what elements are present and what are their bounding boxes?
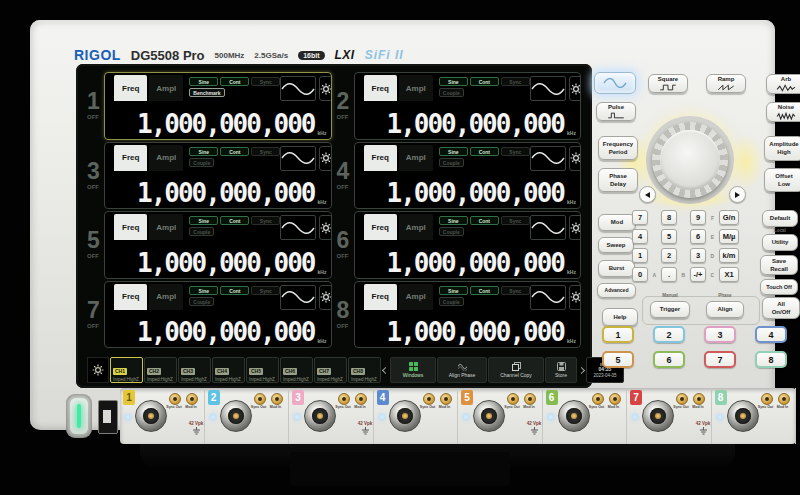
- default-button[interactable]: Default: [762, 210, 798, 227]
- mod-button[interactable]: Mod: [598, 214, 636, 231]
- mod-in-connector[interactable]: [524, 393, 536, 405]
- keypad-key[interactable]: X1: [719, 267, 739, 282]
- waveform-badge[interactable]: Sine: [439, 77, 468, 86]
- usb-port[interactable]: [98, 400, 118, 434]
- keypad-key[interactable]: -/+ C: [690, 267, 706, 282]
- mode-badge[interactable]: Cont: [470, 147, 499, 156]
- channel-status-tab[interactable]: CH8 Imped:HighZ Invert:OFF: [348, 357, 381, 383]
- keypad-key[interactable]: 0 A: [632, 267, 648, 282]
- ampl-tab[interactable]: Ampl: [399, 214, 433, 240]
- waveform-preview[interactable]: [280, 285, 316, 310]
- waveform-badge[interactable]: Sine: [439, 147, 468, 156]
- freq-tab[interactable]: Freq: [364, 214, 397, 240]
- channel-select-key[interactable]: 5: [602, 351, 634, 368]
- frequency-value[interactable]: 1,000,000,000: [137, 317, 315, 347]
- mode-badge[interactable]: Cont: [220, 286, 249, 295]
- keypad-key[interactable]: G/n: [719, 210, 739, 225]
- waveform-preview[interactable]: [530, 215, 566, 240]
- scroll-left-icon[interactable]: [382, 357, 389, 383]
- waveform-badge[interactable]: Sine: [189, 147, 218, 156]
- channel-settings-gear-icon[interactable]: [569, 285, 581, 310]
- sync-out-connector[interactable]: [507, 393, 519, 405]
- freq-tab[interactable]: Freq: [114, 214, 147, 240]
- mod-in-connector[interactable]: [186, 393, 198, 405]
- ramp-button[interactable]: Ramp: [706, 74, 746, 93]
- channel-panel[interactable]: 2 OFF Freq Ampl Sine Cont Sync Couple: [337, 72, 582, 140]
- waveform-badge[interactable]: Sine: [189, 77, 218, 86]
- amplitude-high-button[interactable]: AmplitudeHigh: [764, 136, 800, 161]
- frequency-value[interactable]: 1,000,000,000: [137, 178, 315, 208]
- bnc-output-connector[interactable]: [389, 400, 421, 432]
- channel-select-key[interactable]: 6: [653, 351, 685, 368]
- arrow-left-button[interactable]: [639, 186, 656, 203]
- sync-badge[interactable]: Sync: [251, 216, 280, 225]
- waveform-badge[interactable]: Sine: [439, 286, 468, 295]
- power-button[interactable]: [66, 394, 92, 438]
- rotary-knob[interactable]: [652, 122, 728, 198]
- sync-badge[interactable]: Sync: [251, 147, 280, 156]
- frequency-value[interactable]: 1,000,000,000: [137, 109, 315, 139]
- windows-button[interactable]: Windows: [390, 357, 436, 383]
- mod-in-connector[interactable]: [440, 393, 452, 405]
- freq-tab[interactable]: Freq: [364, 284, 397, 310]
- sync-out-connector[interactable]: [338, 393, 350, 405]
- channel-panel[interactable]: 5 OFF Freq Ampl Sine Cont Sync Couple: [87, 211, 332, 279]
- mode-badge[interactable]: Cont: [470, 216, 499, 225]
- channel-panel[interactable]: 6 OFF Freq Ampl Sine Cont Sync Couple: [337, 211, 582, 279]
- sync-badge[interactable]: Sync: [251, 286, 280, 295]
- frequency-value[interactable]: 1,000,000,000: [387, 248, 565, 278]
- mod-in-connector[interactable]: [778, 393, 790, 405]
- burst-button[interactable]: Burst: [598, 260, 635, 277]
- keypad-key[interactable]: 2: [661, 248, 677, 263]
- freq-tab[interactable]: Freq: [114, 284, 147, 310]
- waveform-badge[interactable]: Sine: [189, 286, 218, 295]
- save-recall-button[interactable]: SaveRecall: [760, 255, 798, 275]
- mod-in-connector[interactable]: [355, 393, 367, 405]
- mode-badge[interactable]: Cont: [470, 286, 499, 295]
- bnc-output-connector[interactable]: [642, 400, 674, 432]
- channel-status-tab[interactable]: CH1 Imped:HighZ Invert:OFF: [110, 357, 143, 383]
- channel-copy-button[interactable]: Channel Copy: [488, 357, 544, 383]
- keypad-key[interactable]: 3 D: [690, 248, 706, 263]
- arb-button[interactable]: Arb: [766, 74, 800, 94]
- ampl-tab[interactable]: Ampl: [399, 145, 433, 171]
- channel-status-tab[interactable]: CH3 Imped:HighZ Invert:OFF: [178, 357, 211, 383]
- keypad-key[interactable]: 7: [632, 210, 648, 225]
- keypad-key[interactable]: 5: [661, 229, 677, 244]
- sync-badge[interactable]: Sync: [501, 286, 530, 295]
- noise-button[interactable]: Noise: [766, 102, 800, 122]
- extra-badge[interactable]: Couple: [189, 297, 214, 306]
- channel-status-tab[interactable]: CH5 Imped:HighZ Invert:OFF: [246, 357, 279, 383]
- keypad-key[interactable]: k/m: [719, 248, 739, 263]
- mod-in-connector[interactable]: [609, 393, 621, 405]
- channel-status-tab[interactable]: CH6 Imped:HighZ Invert:OFF: [280, 357, 313, 383]
- sweep-button[interactable]: Sweep: [598, 237, 634, 253]
- sine-button[interactable]: [594, 72, 636, 94]
- align-phase-button[interactable]: Align Phase: [437, 357, 487, 383]
- waveform-badge[interactable]: Sine: [439, 216, 468, 225]
- channel-settings-gear-icon[interactable]: [569, 76, 581, 101]
- channel-panel[interactable]: 4 OFF Freq Ampl Sine Cont Sync Couple: [337, 142, 582, 210]
- freq-tab[interactable]: Freq: [114, 75, 147, 101]
- extra-badge[interactable]: Benchmark: [189, 88, 224, 97]
- channel-select-key[interactable]: 1: [602, 326, 634, 343]
- extra-badge[interactable]: Couple: [439, 158, 464, 167]
- ampl-tab[interactable]: Ampl: [149, 214, 183, 240]
- channel-status-tab[interactable]: CH7 Imped:HighZ Invert:OFF: [314, 357, 347, 383]
- mode-badge[interactable]: Cont: [220, 147, 249, 156]
- extra-badge[interactable]: Couple: [439, 88, 464, 97]
- waveform-badge[interactable]: Sine: [189, 216, 218, 225]
- frequency-value[interactable]: 1,000,000,000: [387, 109, 565, 139]
- channel-settings-gear-icon[interactable]: [319, 146, 331, 171]
- scroll-right-icon[interactable]: [578, 357, 585, 383]
- align-button[interactable]: Align: [706, 301, 744, 318]
- help-button[interactable]: Help: [602, 308, 638, 326]
- sync-out-connector[interactable]: [761, 393, 773, 405]
- sync-out-connector[interactable]: [592, 393, 604, 405]
- waveform-preview[interactable]: [280, 146, 316, 171]
- ampl-tab[interactable]: Ampl: [399, 284, 433, 310]
- freq-tab[interactable]: Freq: [364, 75, 397, 101]
- freq-tab[interactable]: Freq: [114, 145, 147, 171]
- extra-badge[interactable]: Couple: [439, 297, 464, 306]
- channel-select-key[interactable]: 2: [653, 326, 685, 343]
